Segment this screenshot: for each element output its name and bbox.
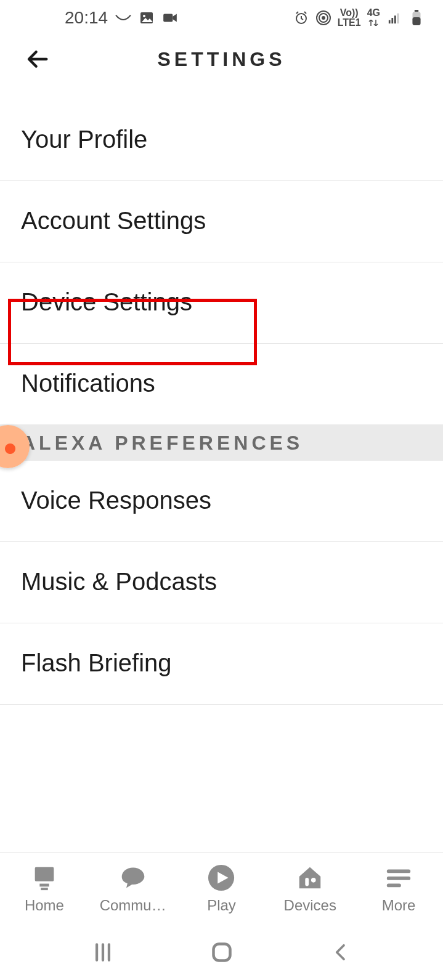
settings-item-music-podcasts[interactable]: Music & Podcasts bbox=[0, 542, 443, 623]
settings-item-account-settings[interactable]: Account Settings bbox=[0, 181, 443, 262]
svg-rect-14 bbox=[35, 867, 54, 881]
home-icon bbox=[30, 864, 59, 892]
volte-top: Vo)) bbox=[340, 7, 359, 18]
settings-item-label: Flash Briefing bbox=[21, 649, 172, 676]
settings-list: Your Profile Account Settings Device Set… bbox=[0, 83, 443, 705]
settings-item-label: Voice Responses bbox=[21, 487, 211, 514]
settings-item-notifications[interactable]: Notifications bbox=[0, 344, 443, 424]
nav-label: More bbox=[378, 897, 420, 914]
back-button[interactable] bbox=[23, 44, 53, 74]
sys-back-button[interactable] bbox=[322, 934, 359, 971]
nav-home[interactable]: Home bbox=[0, 852, 89, 925]
page-title: SETTINGS bbox=[0, 48, 443, 71]
chevron-left-icon bbox=[331, 943, 350, 962]
network-gen-label: 4G bbox=[367, 7, 380, 18]
volte-indicator: Vo)) LTE1 bbox=[338, 8, 361, 28]
nav-more[interactable]: More bbox=[354, 852, 443, 925]
settings-item-flash-briefing[interactable]: Flash Briefing bbox=[0, 623, 443, 705]
svg-rect-2 bbox=[163, 14, 173, 22]
svg-rect-23 bbox=[213, 944, 230, 961]
svg-rect-22 bbox=[387, 883, 401, 887]
battery-icon bbox=[408, 10, 425, 26]
svg-point-4 bbox=[322, 16, 325, 20]
system-nav bbox=[0, 925, 443, 980]
svg-rect-13 bbox=[413, 17, 421, 25]
nav-label: Commu… bbox=[96, 897, 170, 914]
more-icon bbox=[384, 864, 413, 892]
nav-play[interactable]: Play bbox=[177, 852, 266, 925]
alarm-icon bbox=[293, 10, 309, 26]
svg-rect-9 bbox=[394, 15, 396, 23]
settings-item-device-settings[interactable]: Device Settings bbox=[0, 262, 443, 344]
status-time: 20:14 bbox=[65, 8, 108, 28]
svg-point-19 bbox=[311, 878, 316, 883]
svg-point-1 bbox=[143, 15, 145, 17]
settings-item-your-profile[interactable]: Your Profile bbox=[0, 100, 443, 181]
svg-rect-16 bbox=[41, 888, 48, 890]
sys-home-button[interactable] bbox=[203, 934, 240, 971]
nav-label: Play bbox=[203, 897, 240, 914]
section-header-alexa-preferences: ALEXA PREFERENCES bbox=[0, 424, 443, 461]
settings-item-label: Notifications bbox=[21, 370, 155, 397]
swoosh-icon bbox=[115, 10, 131, 26]
home-square-icon bbox=[211, 941, 233, 963]
svg-rect-21 bbox=[387, 877, 410, 880]
svg-rect-8 bbox=[391, 18, 393, 23]
settings-item-label: Account Settings bbox=[21, 207, 206, 234]
hotspot-icon bbox=[315, 10, 331, 26]
volte-bottom: LTE1 bbox=[338, 17, 361, 28]
video-icon bbox=[162, 10, 178, 26]
settings-item-voice-responses[interactable]: Voice Responses bbox=[0, 461, 443, 542]
network-gen: 4G bbox=[367, 8, 380, 28]
sys-recents-button[interactable] bbox=[84, 934, 121, 971]
signal-icon bbox=[386, 10, 402, 26]
status-right: Vo)) LTE1 4G bbox=[293, 8, 425, 28]
app-header: SETTINGS bbox=[0, 36, 443, 83]
nav-devices[interactable]: Devices bbox=[266, 852, 354, 925]
svg-rect-15 bbox=[39, 883, 49, 886]
play-icon bbox=[207, 864, 235, 892]
devices-icon bbox=[296, 864, 324, 892]
svg-rect-7 bbox=[389, 20, 391, 23]
nav-label: Home bbox=[21, 897, 68, 914]
nav-communicate[interactable]: Commu… bbox=[89, 852, 177, 925]
image-icon bbox=[139, 10, 155, 26]
status-left: 20:14 bbox=[65, 8, 178, 28]
chat-icon bbox=[119, 864, 147, 892]
arrow-left-icon bbox=[26, 47, 51, 71]
svg-rect-11 bbox=[415, 10, 419, 12]
settings-item-label: Your Profile bbox=[21, 126, 147, 153]
svg-rect-18 bbox=[306, 878, 309, 886]
settings-item-label: Device Settings bbox=[21, 288, 192, 315]
recents-icon bbox=[92, 942, 113, 963]
status-bar: 20:14 Vo)) LTE1 4G bbox=[0, 0, 443, 36]
nav-label: Devices bbox=[280, 897, 340, 914]
bottom-nav: Home Commu… Play Devices More bbox=[0, 852, 443, 925]
svg-rect-10 bbox=[397, 14, 399, 23]
svg-rect-20 bbox=[387, 869, 410, 873]
settings-item-label: Music & Podcasts bbox=[21, 568, 217, 595]
